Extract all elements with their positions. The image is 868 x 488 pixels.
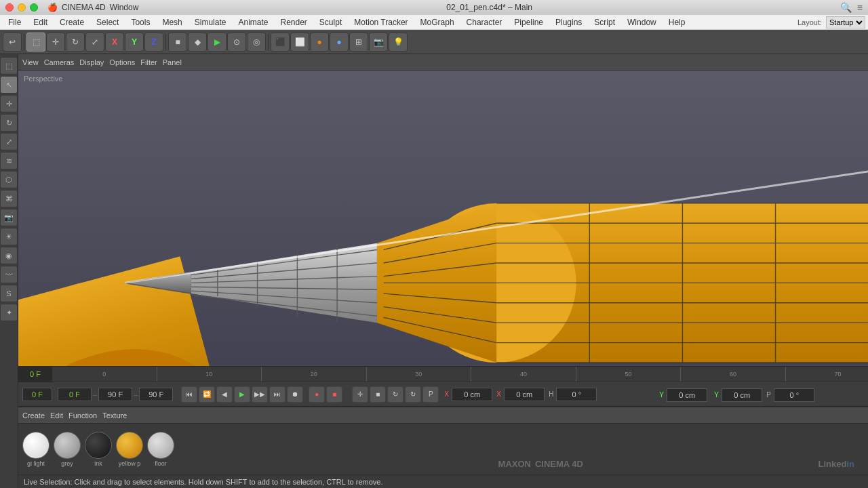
list-icon[interactable]: ≡ bbox=[857, 2, 863, 13]
material-gi-light[interactable]: gi light bbox=[22, 432, 50, 467]
y2-input[interactable] bbox=[722, 388, 762, 402]
menu-create[interactable]: Create bbox=[54, 16, 90, 28]
menu-sculpt[interactable]: Sculpt bbox=[314, 16, 347, 28]
undo-button[interactable]: ↩ bbox=[3, 33, 22, 52]
menu-edit[interactable]: Edit bbox=[28, 16, 53, 28]
window-menu[interactable]: Window bbox=[110, 3, 139, 12]
timeline-track[interactable]: 0 10 20 30 40 50 60 70 80 90 bbox=[52, 367, 868, 382]
menu-file[interactable]: File bbox=[3, 16, 26, 28]
tool-light[interactable]: ☀ bbox=[0, 228, 18, 245]
mat-create-btn[interactable]: Create bbox=[22, 411, 45, 420]
tool-scale[interactable]: ⤢ bbox=[0, 133, 18, 150]
record-button[interactable]: ⏺ bbox=[287, 386, 303, 403]
close-button[interactable] bbox=[5, 3, 14, 12]
play-button[interactable]: ▶ bbox=[234, 386, 250, 403]
menu-tools[interactable]: Tools bbox=[125, 16, 155, 28]
menu-character[interactable]: Character bbox=[461, 16, 508, 28]
mode-btn-y[interactable]: Y bbox=[125, 33, 144, 52]
mat-edit-btn[interactable]: Edit bbox=[50, 411, 63, 420]
frame-input-3[interactable] bbox=[98, 388, 132, 401]
coord-btn-2[interactable]: ■ bbox=[370, 386, 386, 403]
viewport-menu-display[interactable]: Display bbox=[79, 58, 104, 66]
goto-end-button[interactable]: ⏭ bbox=[269, 386, 285, 403]
tool-rotate[interactable]: ↻ bbox=[0, 114, 18, 131]
select-tool-button[interactable]: ⬚ bbox=[26, 33, 45, 52]
tool-viewport[interactable]: ⬚ bbox=[0, 57, 18, 75]
menu-window[interactable]: Window bbox=[622, 16, 662, 28]
menu-simulate[interactable]: Simulate bbox=[189, 16, 232, 28]
coord-btn-3[interactable]: ↻ bbox=[387, 386, 403, 403]
scale-tool-button[interactable]: ⤢ bbox=[85, 33, 104, 52]
coord-btn-4[interactable]: ↻ bbox=[405, 386, 421, 403]
menu-render[interactable]: Render bbox=[275, 16, 313, 28]
minimize-button[interactable] bbox=[18, 3, 26, 12]
tool-move[interactable]: ✛ bbox=[0, 95, 18, 113]
object-mode-button[interactable]: ■ bbox=[168, 33, 187, 52]
display-camera-button[interactable]: 📷 bbox=[369, 33, 388, 52]
goto-start-button[interactable]: ⏮ bbox=[181, 386, 197, 403]
play-button[interactable]: ▶ bbox=[208, 33, 226, 52]
coord-btn-5[interactable]: P bbox=[422, 386, 439, 403]
rotate-tool-button[interactable]: ↻ bbox=[66, 33, 85, 52]
material-floor[interactable]: floor bbox=[147, 432, 174, 467]
menu-select[interactable]: Select bbox=[91, 16, 124, 28]
mode-btn-z[interactable]: Z bbox=[144, 33, 163, 52]
menu-help[interactable]: Help bbox=[663, 16, 691, 28]
viewport-menu-filter[interactable]: Filter bbox=[140, 58, 157, 66]
frame-input-2[interactable] bbox=[58, 388, 92, 401]
display-phong-button[interactable]: ● bbox=[330, 33, 349, 52]
material-grey[interactable]: grey bbox=[54, 432, 81, 467]
tool-material[interactable]: ◉ bbox=[0, 247, 18, 264]
current-frame-input[interactable] bbox=[22, 388, 52, 401]
viewport-menu-view[interactable]: View bbox=[22, 58, 39, 66]
display-wireframe-button[interactable]: ⬜ bbox=[290, 33, 309, 52]
menu-plugins[interactable]: Plugins bbox=[550, 16, 587, 28]
display-smooth-button[interactable]: ● bbox=[310, 33, 329, 52]
move-tool-button[interactable]: ✛ bbox=[46, 33, 65, 52]
viewport-menu-cameras[interactable]: Cameras bbox=[44, 58, 75, 66]
menu-mesh[interactable]: Mesh bbox=[157, 16, 187, 28]
tool-s[interactable]: S bbox=[0, 285, 18, 302]
next-frame-button[interactable]: ▶▶ bbox=[252, 386, 268, 403]
menu-animate[interactable]: Animate bbox=[233, 16, 273, 28]
tool-spline[interactable]: ≋ bbox=[0, 152, 18, 169]
tool-select[interactable]: ↖ bbox=[0, 76, 18, 94]
material-ink[interactable]: ink bbox=[85, 432, 112, 467]
snap-button[interactable]: ◎ bbox=[247, 33, 266, 52]
display-grid-button[interactable]: ⊞ bbox=[349, 33, 368, 52]
h-input[interactable] bbox=[556, 388, 597, 401]
cinema4d-menu[interactable]: CINEMA 4D bbox=[62, 3, 106, 12]
maximize-button[interactable] bbox=[30, 3, 38, 12]
anim-button[interactable]: ⊙ bbox=[227, 33, 246, 52]
tool-camera[interactable]: 📷 bbox=[0, 209, 18, 226]
menu-script[interactable]: Script bbox=[589, 16, 620, 28]
prev-frame-button[interactable]: ◀ bbox=[216, 386, 233, 403]
viewport-menu-panel[interactable]: Panel bbox=[163, 58, 182, 66]
viewport-3d[interactable]: Perspective bbox=[18, 70, 868, 366]
search-icon[interactable]: 🔍 bbox=[840, 2, 852, 13]
apple-menu[interactable]: 🍎 bbox=[47, 3, 58, 12]
x2-input[interactable] bbox=[504, 388, 545, 401]
tool-poly[interactable]: ⬡ bbox=[0, 171, 18, 188]
tool-star[interactable]: ✦ bbox=[0, 304, 18, 321]
mat-texture-btn[interactable]: Texture bbox=[102, 411, 127, 420]
play-btn-red[interactable]: ● bbox=[309, 386, 325, 403]
display-cube-button[interactable]: ⬛ bbox=[271, 33, 290, 52]
viewport-menu-options[interactable]: Options bbox=[109, 58, 135, 66]
mode-btn-x[interactable]: X bbox=[105, 33, 124, 52]
coord-btn-1[interactable]: ✛ bbox=[352, 386, 368, 403]
p-input[interactable] bbox=[774, 388, 814, 402]
display-light-button[interactable]: 💡 bbox=[389, 33, 408, 52]
keyframe-button[interactable]: ◆ bbox=[188, 33, 207, 52]
x-input[interactable] bbox=[452, 388, 492, 401]
mat-function-btn[interactable]: Function bbox=[68, 411, 97, 420]
material-yellow[interactable]: yellow p bbox=[116, 432, 143, 467]
tool-deform[interactable]: ⌘ bbox=[0, 190, 18, 207]
tool-hair[interactable]: 〰 bbox=[0, 266, 18, 283]
menu-pipeline[interactable]: Pipeline bbox=[509, 16, 549, 28]
frame-input-4[interactable] bbox=[139, 388, 173, 401]
y-input[interactable] bbox=[667, 388, 707, 402]
menu-mograph[interactable]: MoGraph bbox=[415, 16, 460, 28]
menu-motion-tracker[interactable]: Motion Tracker bbox=[349, 16, 413, 28]
loop-button[interactable]: 🔁 bbox=[199, 386, 215, 403]
